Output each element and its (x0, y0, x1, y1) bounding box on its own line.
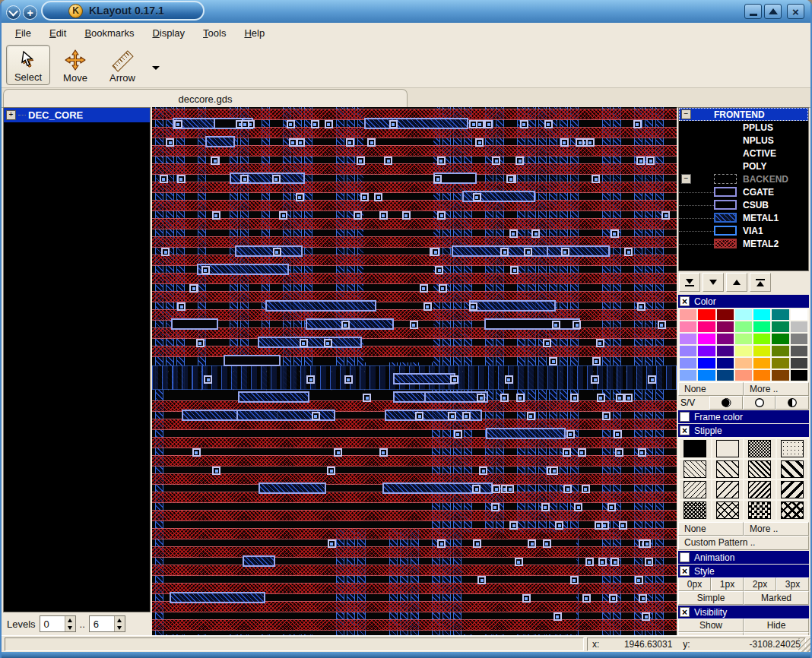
layer-row-backend[interactable]: −BACKEND (679, 172, 808, 185)
minimize-button[interactable] (744, 4, 762, 19)
palette-color[interactable] (735, 358, 752, 369)
layer-row-metal2[interactable]: METAL2 (679, 237, 808, 250)
palette-color[interactable] (735, 370, 752, 381)
stipple-more-button[interactable]: More .. (744, 522, 809, 536)
move-down-button[interactable] (703, 273, 724, 292)
checkbox-unchecked-icon[interactable] (680, 552, 690, 562)
palette-color[interactable] (680, 370, 696, 381)
layer-row-nplus[interactable]: NPLUS (679, 134, 808, 147)
layer-swatch[interactable] (714, 213, 737, 223)
maximize-button[interactable] (764, 4, 782, 19)
layer-swatch[interactable] (714, 174, 737, 184)
frame-color-section-header[interactable]: Frame color (678, 410, 809, 423)
palette-color[interactable] (753, 370, 770, 381)
stipple-cell[interactable] (744, 501, 776, 520)
arrow-tool-button[interactable]: Arrow (100, 45, 144, 85)
collapse-minus-icon[interactable]: − (681, 174, 691, 184)
layer-swatch[interactable] (714, 122, 737, 132)
layer-swatch[interactable] (714, 161, 737, 171)
palette-color[interactable] (698, 358, 715, 369)
palette-color[interactable] (717, 309, 734, 320)
stipple-cell[interactable] (680, 480, 711, 499)
menu-item-edit[interactable]: Edit (42, 25, 74, 41)
layer-swatch[interactable] (714, 200, 737, 210)
move-up-button[interactable] (726, 273, 747, 292)
palette-color[interactable] (698, 334, 715, 344)
palette-color[interactable] (698, 346, 715, 356)
checkbox-checked-icon[interactable] (680, 566, 690, 576)
layer-row-poly[interactable]: POLY (679, 160, 808, 172)
cell-hierarchy-panel[interactable]: + DEC_CORE (3, 107, 151, 612)
palette-color[interactable] (791, 358, 807, 369)
palette-color[interactable] (680, 358, 696, 369)
stipple-cell[interactable] (744, 460, 776, 479)
palette-color[interactable] (753, 321, 770, 332)
menu-item-file[interactable]: File (8, 25, 39, 41)
palette-color[interactable] (735, 346, 752, 356)
layer-swatch[interactable] (714, 148, 737, 158)
spin-down-button[interactable] (65, 624, 75, 631)
width-2px-button[interactable]: 2px (744, 577, 776, 591)
width-1px-button[interactable]: 1px (711, 577, 744, 591)
palette-color[interactable] (791, 370, 807, 381)
color-more-button[interactable]: More .. (744, 382, 809, 396)
levels-to-value[interactable]: 6 (90, 616, 114, 631)
window-pin-button[interactable]: + (23, 5, 37, 20)
palette-color[interactable] (735, 309, 752, 320)
window-menu-button[interactable] (6, 5, 21, 20)
layer-list[interactable]: −FRONTENDPPLUSNPLUSACTIVEPOLY−BACKENDCGA… (678, 107, 809, 271)
palette-color[interactable] (791, 334, 807, 344)
menu-item-bookmarks[interactable]: Bookmarks (77, 25, 141, 41)
palette-color[interactable] (717, 346, 734, 356)
palette-color[interactable] (772, 358, 788, 369)
style-section-header[interactable]: Style (678, 565, 809, 577)
stipple-cell[interactable] (777, 439, 808, 458)
palette-color[interactable] (791, 309, 807, 320)
custom-pattern-button[interactable]: Custom Pattern .. (678, 536, 809, 550)
layer-swatch[interactable] (714, 187, 737, 197)
close-button[interactable]: × (787, 4, 804, 19)
hide-button[interactable]: Hide (744, 618, 809, 632)
stipple-cell[interactable] (744, 439, 776, 458)
layer-row-frontend[interactable]: −FRONTEND (679, 108, 808, 121)
palette-color[interactable] (753, 309, 770, 320)
show-button[interactable]: Show (678, 618, 744, 632)
spin-down-button[interactable] (114, 624, 125, 631)
checkbox-checked-icon[interactable] (680, 607, 690, 617)
stipple-cell[interactable] (680, 501, 711, 520)
palette-color[interactable] (772, 321, 788, 332)
stipple-cell[interactable] (680, 439, 711, 458)
menu-item-display[interactable]: Display (144, 25, 192, 41)
layer-row-metal1[interactable]: METAL1 (679, 211, 808, 224)
stipple-cell[interactable] (777, 501, 808, 520)
marked-button[interactable]: Marked (744, 591, 809, 605)
palette-color[interactable] (680, 309, 696, 320)
move-to-bottom-button[interactable] (679, 273, 700, 292)
palette-color[interactable] (753, 358, 770, 369)
spin-up-button[interactable] (65, 616, 75, 624)
palette-color[interactable] (717, 370, 734, 381)
stipple-section-header[interactable]: Stipple (678, 424, 809, 437)
layer-swatch[interactable] (714, 239, 737, 248)
levels-to-spinbox[interactable]: 6 (89, 615, 125, 632)
palette-color[interactable] (772, 334, 788, 344)
width-0px-button[interactable]: 0px (678, 577, 711, 591)
stipple-cell[interactable] (712, 439, 744, 458)
checkbox-checked-icon[interactable] (680, 296, 690, 306)
menu-item-help[interactable]: Help (236, 25, 272, 41)
levels-from-spinbox[interactable]: 0 (40, 615, 76, 632)
palette-color[interactable] (698, 309, 715, 320)
palette-color[interactable] (735, 321, 752, 332)
stipple-cell[interactable] (712, 501, 744, 520)
width-3px-button[interactable]: 3px (776, 577, 809, 591)
palette-color[interactable] (772, 309, 788, 320)
layer-row-active[interactable]: ACTIVE (679, 147, 808, 160)
color-section-header[interactable]: Color (678, 295, 809, 308)
layout-canvas[interactable] (152, 107, 677, 635)
palette-color[interactable] (680, 346, 696, 356)
move-to-top-button[interactable] (750, 273, 771, 292)
palette-color[interactable] (772, 346, 788, 356)
stipple-cell[interactable] (744, 480, 776, 499)
tool-dropdown-caret-icon[interactable] (152, 66, 160, 70)
stipple-cell[interactable] (777, 460, 808, 479)
